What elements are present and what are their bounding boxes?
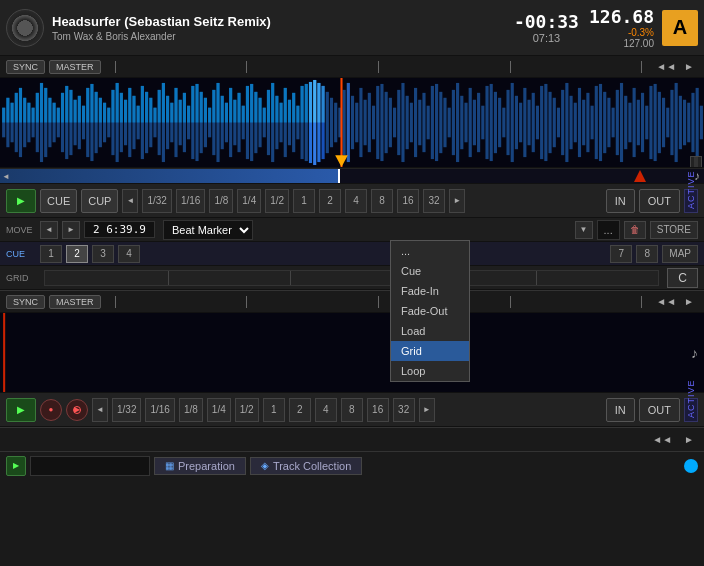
three-dots-btn[interactable]: ... [597, 220, 620, 240]
svg-rect-211 [183, 93, 186, 123]
svg-rect-105 [439, 92, 442, 153]
nav-next-arrow[interactable]: ► [680, 60, 698, 73]
search-input[interactable] [30, 456, 150, 476]
grid-prev-a[interactable]: ◄ [122, 189, 138, 213]
active-button-a[interactable]: ACTIVE [684, 189, 698, 213]
grid-2-a[interactable]: 2 [319, 189, 341, 213]
out-button-b[interactable]: OUT [639, 398, 680, 422]
waveform-a[interactable] [0, 78, 704, 168]
sync-button[interactable]: SYNC [6, 60, 45, 74]
svg-rect-201 [141, 86, 144, 123]
grid-4-b[interactable]: 4 [315, 398, 337, 422]
grid-1-2-a[interactable]: 1/2 [265, 189, 289, 213]
cup-button-a[interactable]: CUP [81, 189, 118, 213]
dropdown-item-fade-out[interactable]: Fade-Out [391, 301, 469, 321]
controls-bar-b: ▶ ● ▶ ◄ 1/32 1/16 1/8 1/4 1/2 1 2 4 8 16… [0, 393, 704, 427]
cue-button-a[interactable]: CUE [40, 189, 77, 213]
grid-1-32-a[interactable]: 1/32 [142, 189, 171, 213]
store-btn[interactable]: STORE [650, 221, 698, 239]
grid-32-a[interactable]: 32 [423, 189, 445, 213]
grid-1-16-b[interactable]: 1/16 [145, 398, 174, 422]
grid-32-b[interactable]: 32 [393, 398, 415, 422]
record-button-b[interactable]: ● [40, 399, 62, 421]
grid-1-32-b[interactable]: 1/32 [112, 398, 141, 422]
grid-1-2-b[interactable]: 1/2 [235, 398, 259, 422]
skip-start-btn[interactable]: ◄◄ [648, 433, 676, 446]
grid-1-16-a[interactable]: 1/16 [176, 189, 205, 213]
trash-btn[interactable]: 🗑 [624, 221, 646, 239]
nav-prev-arrow-b[interactable]: ◄◄ [652, 295, 680, 308]
cue-num-2[interactable]: 2 [66, 245, 88, 263]
grid-2-b[interactable]: 2 [289, 398, 311, 422]
svg-rect-109 [456, 83, 459, 162]
map-btn[interactable]: MAP [662, 245, 698, 263]
out-button-a[interactable]: OUT [639, 189, 680, 213]
svg-rect-83 [347, 83, 350, 162]
master-button[interactable]: MASTER [49, 60, 101, 74]
pitch-slider-a[interactable] [690, 156, 702, 168]
dropdown-item-loop[interactable]: Loop [391, 361, 469, 381]
play-button-a[interactable]: ▶ [6, 189, 36, 213]
marker-type-select[interactable]: Beat Marker Cue Grid [163, 220, 253, 240]
play-button-b[interactable]: ▶ [6, 398, 36, 422]
sync-button-b[interactable]: SYNC [6, 295, 45, 309]
waveform-b[interactable]: ♪ [0, 313, 704, 393]
grid-1-4-a[interactable]: 1/4 [237, 189, 261, 213]
active-button-b[interactable]: ACTIVE [684, 398, 698, 422]
bottom-play-btn[interactable]: ▶ [6, 456, 26, 476]
cue-num-7[interactable]: 7 [610, 245, 632, 263]
grid-prev-b[interactable]: ◄ [92, 398, 108, 422]
svg-rect-226 [246, 86, 249, 123]
svg-rect-231 [267, 90, 270, 123]
nav-next-arrow-b[interactable]: ► [680, 295, 698, 308]
c-button[interactable]: C [667, 268, 698, 288]
grid-1-4-b[interactable]: 1/4 [207, 398, 231, 422]
grid-16-b[interactable]: 16 [367, 398, 389, 422]
sync-master-bar-b: SYNC MASTER ◄◄ ► [0, 291, 704, 313]
marker-line-5 [641, 61, 642, 73]
grid-1-8-a[interactable]: 1/8 [209, 189, 233, 213]
svg-rect-116 [485, 86, 488, 159]
pitch-slider-track-a [694, 157, 698, 168]
type-dropdown-arrow[interactable]: ▼ [575, 221, 593, 239]
skip-next-btn[interactable]: ► [680, 433, 698, 446]
svg-rect-117 [490, 84, 493, 161]
dropdown-item-dots[interactable]: ... [391, 241, 469, 261]
grid-1-b[interactable]: 1 [263, 398, 285, 422]
move-next-btn[interactable]: ► [62, 221, 80, 239]
progress-bar-a[interactable]: ♪ ◄ [0, 168, 704, 184]
svg-rect-82 [343, 90, 346, 155]
track-collection-tab[interactable]: ◈ Track Collection [250, 457, 362, 475]
grid-8-b[interactable]: 8 [341, 398, 363, 422]
grid-16-a[interactable]: 16 [397, 189, 419, 213]
move-prev-btn[interactable]: ◄ [40, 221, 58, 239]
move-label: MOVE [6, 225, 36, 235]
grid-1-8-b[interactable]: 1/8 [179, 398, 203, 422]
dropdown-item-grid[interactable]: Grid [391, 341, 469, 361]
svg-rect-93 [389, 98, 392, 147]
position-display: 2 6:39.9 [84, 221, 155, 238]
cue-num-1[interactable]: 1 [40, 245, 62, 263]
nav-prev-arrow[interactable]: ◄◄ [652, 60, 680, 73]
grid-next-a[interactable]: ► [449, 189, 465, 213]
cue-num-4[interactable]: 4 [118, 245, 140, 263]
grid-next-b[interactable]: ► [419, 398, 435, 422]
grid-8-a[interactable]: 8 [371, 189, 393, 213]
record-button2-b[interactable]: ▶ [66, 399, 88, 421]
master-button-b[interactable]: MASTER [49, 295, 101, 309]
cue-num-3[interactable]: 3 [92, 245, 114, 263]
grid-1-a[interactable]: 1 [293, 189, 315, 213]
in-button-b[interactable]: IN [606, 398, 635, 422]
track-artist: Tom Wax & Boris Alexander [52, 31, 514, 42]
dropdown-item-cue[interactable]: Cue [391, 261, 469, 281]
svg-rect-192 [103, 103, 106, 123]
svg-rect-156 [654, 84, 657, 161]
cue-num-8[interactable]: 8 [636, 245, 658, 263]
dropdown-item-load[interactable]: Load [391, 321, 469, 341]
grid-4-a[interactable]: 4 [345, 189, 367, 213]
in-button-a[interactable]: IN [606, 189, 635, 213]
status-indicator [684, 459, 698, 473]
dropdown-item-fade-in[interactable]: Fade-In [391, 281, 469, 301]
svg-rect-124 [519, 103, 522, 143]
preparation-tab[interactable]: ▦ Preparation [154, 457, 246, 475]
